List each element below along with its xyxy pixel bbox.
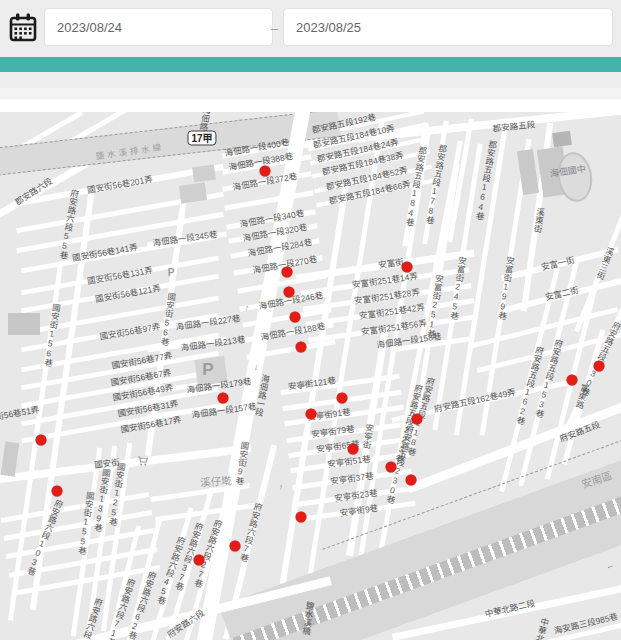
place-label: 溪仔墘 bbox=[200, 475, 232, 488]
street-label: 溪東街 bbox=[532, 207, 544, 233]
map-marker[interactable] bbox=[194, 555, 205, 566]
start-date-input[interactable] bbox=[44, 8, 273, 46]
map-marker[interactable] bbox=[386, 462, 397, 473]
parking-icon: P bbox=[202, 360, 213, 380]
map-marker[interactable] bbox=[282, 267, 293, 278]
map-marker[interactable] bbox=[412, 414, 423, 425]
street-label: 國安街56巷121弄 bbox=[95, 284, 162, 304]
one-way-arrow-icon: ↑ bbox=[244, 303, 250, 314]
spacer bbox=[0, 72, 621, 88]
map-marker[interactable] bbox=[567, 375, 578, 386]
route-badge-17jia: 17甲 bbox=[187, 131, 216, 146]
accent-bar bbox=[0, 57, 621, 72]
street-label: 府安路五段162巷49弄 bbox=[433, 388, 516, 414]
street-label: 中華北路 bbox=[531, 616, 548, 640]
spacer bbox=[0, 88, 621, 99]
date-range-separator: – bbox=[271, 21, 278, 36]
street-label: 國安街56巷201弄 bbox=[87, 175, 154, 195]
building bbox=[192, 165, 216, 183]
street-label: 海佃路一段227巷 bbox=[175, 314, 241, 332]
one-way-arrow-icon: ↑ bbox=[278, 482, 284, 493]
app-window: – 郡安路六段國安街56巷201弄海佃路一段345巷國安街56巷141弄國安街5… bbox=[0, 0, 621, 640]
one-way-arrow-icon: ↑ bbox=[605, 563, 616, 571]
street-label: 國安街56巷97弄 bbox=[99, 322, 161, 341]
spacer bbox=[0, 99, 621, 112]
date-filter-bar: – bbox=[0, 0, 621, 57]
street-label: 國安街56巷 bbox=[159, 292, 175, 347]
street-label: 安富街 bbox=[378, 258, 405, 270]
building bbox=[8, 313, 40, 335]
map-marker[interactable] bbox=[290, 312, 301, 323]
map-canvas[interactable]: 郡安路六段國安街56巷201弄海佃路一段345巷國安街56巷141弄國安街56巷… bbox=[0, 112, 621, 640]
building bbox=[552, 131, 572, 147]
parking-icon: P bbox=[168, 267, 175, 278]
map-marker[interactable] bbox=[296, 512, 307, 523]
map-marker[interactable] bbox=[284, 287, 295, 298]
street-label: 國安街56巷131弄 bbox=[87, 266, 154, 286]
street-label: 安富街251巷42弄 bbox=[359, 303, 426, 321]
map-marker[interactable] bbox=[52, 486, 63, 497]
map-marker[interactable] bbox=[230, 541, 241, 552]
end-date-input[interactable] bbox=[283, 8, 613, 46]
street-label: 富東路 bbox=[573, 383, 588, 410]
map-marker[interactable] bbox=[402, 262, 413, 273]
map-marker[interactable] bbox=[296, 342, 307, 353]
building bbox=[1, 441, 20, 477]
map-marker[interactable] bbox=[36, 435, 47, 446]
map-marker[interactable] bbox=[306, 409, 317, 420]
map-marker[interactable] bbox=[594, 361, 605, 372]
street-label: 郡安路五段 bbox=[492, 120, 535, 133]
street-label: 國安街156巷 bbox=[42, 303, 60, 368]
street-label: 安富街251巷14弄 bbox=[352, 272, 419, 290]
street-label: 安寧街37巷 bbox=[330, 472, 374, 487]
map-marker[interactable] bbox=[260, 166, 271, 177]
shopping-cart-icon bbox=[138, 452, 149, 470]
building bbox=[179, 182, 207, 203]
map-marker[interactable] bbox=[337, 393, 348, 404]
map-marker[interactable] bbox=[406, 475, 417, 486]
calendar-icon[interactable] bbox=[9, 13, 37, 43]
map-marker[interactable] bbox=[348, 444, 359, 455]
street-label: 海佃路一段345巷 bbox=[152, 230, 218, 248]
road bbox=[224, 190, 314, 211]
map-marker[interactable] bbox=[218, 393, 229, 404]
